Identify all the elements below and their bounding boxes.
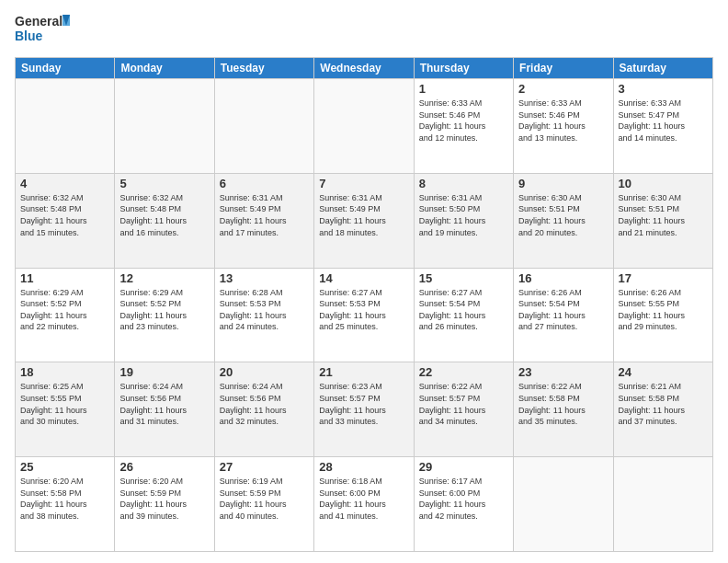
day-number: 22	[419, 365, 508, 379]
day-cell: 17Sunrise: 6:26 AM Sunset: 5:55 PM Dayli…	[613, 268, 712, 362]
day-info: Sunrise: 6:18 AM Sunset: 6:00 PM Dayligh…	[319, 476, 408, 522]
day-number: 1	[419, 82, 508, 96]
day-info: Sunrise: 6:33 AM Sunset: 5:47 PM Dayligh…	[619, 98, 708, 144]
header: General Blue	[15, 11, 713, 50]
day-cell: 28Sunrise: 6:18 AM Sunset: 6:00 PM Dayli…	[314, 457, 414, 552]
day-number: 17	[619, 271, 708, 285]
day-cell: 6Sunrise: 6:31 AM Sunset: 5:49 PM Daylig…	[214, 173, 313, 268]
day-number: 11	[20, 271, 109, 285]
day-info: Sunrise: 6:31 AM Sunset: 5:49 PM Dayligh…	[220, 192, 309, 238]
calendar-header-row: SundayMondayTuesdayWednesdayThursdayFrid…	[16, 58, 713, 79]
header-wednesday: Wednesday	[314, 58, 414, 79]
day-number: 23	[518, 365, 608, 379]
day-info: Sunrise: 6:24 AM Sunset: 5:56 PM Dayligh…	[119, 381, 209, 427]
day-info: Sunrise: 6:28 AM Sunset: 5:53 PM Dayligh…	[220, 287, 309, 333]
svg-text:Blue: Blue	[15, 29, 43, 43]
day-number: 9	[518, 177, 608, 190]
week-row-1: 1Sunrise: 6:33 AM Sunset: 5:46 PM Daylig…	[16, 79, 713, 174]
day-info: Sunrise: 6:19 AM Sunset: 5:59 PM Dayligh…	[220, 476, 309, 522]
day-number: 7	[319, 177, 408, 190]
week-row-3: 11Sunrise: 6:29 AM Sunset: 5:52 PM Dayli…	[16, 268, 713, 362]
day-cell: 9Sunrise: 6:30 AM Sunset: 5:51 PM Daylig…	[514, 173, 613, 268]
day-number: 3	[619, 82, 708, 96]
day-cell	[613, 457, 712, 552]
day-cell: 2Sunrise: 6:33 AM Sunset: 5:46 PM Daylig…	[514, 79, 613, 174]
day-cell: 20Sunrise: 6:24 AM Sunset: 5:56 PM Dayli…	[214, 362, 313, 457]
day-cell: 7Sunrise: 6:31 AM Sunset: 5:49 PM Daylig…	[314, 173, 414, 268]
day-info: Sunrise: 6:24 AM Sunset: 5:56 PM Dayligh…	[220, 381, 309, 427]
day-cell: 1Sunrise: 6:33 AM Sunset: 5:46 PM Daylig…	[414, 79, 513, 174]
day-number: 18	[20, 365, 109, 379]
day-info: Sunrise: 6:31 AM Sunset: 5:50 PM Dayligh…	[419, 192, 508, 238]
header-tuesday: Tuesday	[214, 58, 313, 79]
day-number: 21	[319, 365, 408, 379]
day-cell: 13Sunrise: 6:28 AM Sunset: 5:53 PM Dayli…	[214, 268, 313, 362]
day-cell: 18Sunrise: 6:25 AM Sunset: 5:55 PM Dayli…	[16, 362, 115, 457]
header-friday: Friday	[514, 58, 613, 79]
day-number: 2	[518, 82, 608, 96]
day-info: Sunrise: 6:20 AM Sunset: 5:59 PM Dayligh…	[119, 476, 209, 522]
day-cell	[115, 79, 214, 174]
day-info: Sunrise: 6:33 AM Sunset: 5:46 PM Dayligh…	[419, 98, 508, 144]
day-number: 13	[220, 271, 309, 285]
day-cell: 4Sunrise: 6:32 AM Sunset: 5:48 PM Daylig…	[16, 173, 115, 268]
header-thursday: Thursday	[414, 58, 513, 79]
day-cell: 12Sunrise: 6:29 AM Sunset: 5:52 PM Dayli…	[115, 268, 214, 362]
day-info: Sunrise: 6:23 AM Sunset: 5:57 PM Dayligh…	[319, 381, 408, 427]
day-number: 28	[319, 460, 408, 474]
day-info: Sunrise: 6:17 AM Sunset: 6:00 PM Dayligh…	[419, 476, 508, 522]
day-info: Sunrise: 6:20 AM Sunset: 5:58 PM Dayligh…	[20, 476, 109, 522]
day-cell: 27Sunrise: 6:19 AM Sunset: 5:59 PM Dayli…	[214, 457, 313, 552]
svg-text:General: General	[15, 14, 63, 29]
day-cell	[514, 457, 613, 552]
day-info: Sunrise: 6:30 AM Sunset: 5:51 PM Dayligh…	[619, 192, 708, 238]
page: General Blue SundayMondayTuesdayWednesda…	[0, 0, 728, 563]
day-cell: 29Sunrise: 6:17 AM Sunset: 6:00 PM Dayli…	[414, 457, 513, 552]
day-info: Sunrise: 6:22 AM Sunset: 5:57 PM Dayligh…	[419, 381, 508, 427]
day-info: Sunrise: 6:29 AM Sunset: 5:52 PM Dayligh…	[119, 287, 209, 333]
day-info: Sunrise: 6:21 AM Sunset: 5:58 PM Dayligh…	[619, 381, 708, 427]
week-row-5: 25Sunrise: 6:20 AM Sunset: 5:58 PM Dayli…	[16, 457, 713, 552]
day-cell: 11Sunrise: 6:29 AM Sunset: 5:52 PM Dayli…	[16, 268, 115, 362]
day-info: Sunrise: 6:26 AM Sunset: 5:55 PM Dayligh…	[619, 287, 708, 333]
day-info: Sunrise: 6:27 AM Sunset: 5:54 PM Dayligh…	[419, 287, 508, 333]
logo: General Blue	[15, 11, 70, 50]
day-cell	[16, 79, 115, 174]
day-cell: 25Sunrise: 6:20 AM Sunset: 5:58 PM Dayli…	[16, 457, 115, 552]
day-number: 16	[518, 271, 608, 285]
day-number: 25	[20, 460, 109, 474]
day-number: 12	[119, 271, 209, 285]
day-number: 24	[619, 365, 708, 379]
day-info: Sunrise: 6:26 AM Sunset: 5:54 PM Dayligh…	[518, 287, 608, 333]
day-cell: 21Sunrise: 6:23 AM Sunset: 5:57 PM Dayli…	[314, 362, 414, 457]
day-cell: 10Sunrise: 6:30 AM Sunset: 5:51 PM Dayli…	[613, 173, 712, 268]
day-cell: 3Sunrise: 6:33 AM Sunset: 5:47 PM Daylig…	[613, 79, 712, 174]
day-cell	[314, 79, 414, 174]
day-info: Sunrise: 6:25 AM Sunset: 5:55 PM Dayligh…	[20, 381, 109, 427]
day-number: 27	[220, 460, 309, 474]
day-cell: 5Sunrise: 6:32 AM Sunset: 5:48 PM Daylig…	[115, 173, 214, 268]
calendar-table: SundayMondayTuesdayWednesdayThursdayFrid…	[15, 57, 713, 552]
day-number: 29	[419, 460, 508, 474]
day-cell: 22Sunrise: 6:22 AM Sunset: 5:57 PM Dayli…	[414, 362, 513, 457]
logo-svg: General Blue	[15, 11, 70, 50]
day-number: 26	[119, 460, 209, 474]
day-info: Sunrise: 6:29 AM Sunset: 5:52 PM Dayligh…	[20, 287, 109, 333]
day-info: Sunrise: 6:31 AM Sunset: 5:49 PM Dayligh…	[319, 192, 408, 238]
day-cell: 14Sunrise: 6:27 AM Sunset: 5:53 PM Dayli…	[314, 268, 414, 362]
day-cell: 15Sunrise: 6:27 AM Sunset: 5:54 PM Dayli…	[414, 268, 513, 362]
day-info: Sunrise: 6:33 AM Sunset: 5:46 PM Dayligh…	[518, 98, 608, 144]
day-number: 4	[20, 177, 109, 190]
day-cell: 19Sunrise: 6:24 AM Sunset: 5:56 PM Dayli…	[115, 362, 214, 457]
week-row-4: 18Sunrise: 6:25 AM Sunset: 5:55 PM Dayli…	[16, 362, 713, 457]
day-cell: 16Sunrise: 6:26 AM Sunset: 5:54 PM Dayli…	[514, 268, 613, 362]
day-info: Sunrise: 6:32 AM Sunset: 5:48 PM Dayligh…	[119, 192, 209, 238]
day-cell: 24Sunrise: 6:21 AM Sunset: 5:58 PM Dayli…	[613, 362, 712, 457]
day-cell: 8Sunrise: 6:31 AM Sunset: 5:50 PM Daylig…	[414, 173, 513, 268]
day-number: 10	[619, 177, 708, 190]
day-cell: 26Sunrise: 6:20 AM Sunset: 5:59 PM Dayli…	[115, 457, 214, 552]
day-number: 15	[419, 271, 508, 285]
day-cell: 23Sunrise: 6:22 AM Sunset: 5:58 PM Dayli…	[514, 362, 613, 457]
day-number: 6	[220, 177, 309, 190]
day-number: 20	[220, 365, 309, 379]
